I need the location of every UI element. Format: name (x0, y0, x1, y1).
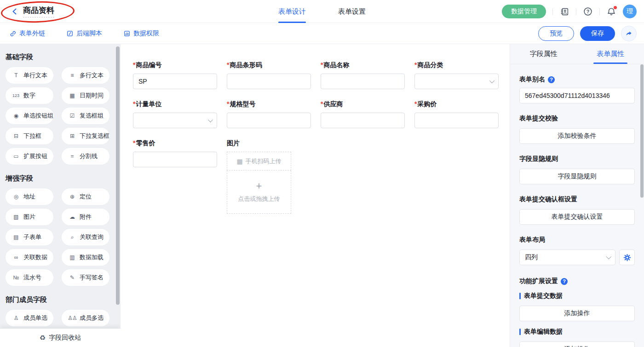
back-button[interactable] (11, 8, 18, 15)
field-label: *商品条形码 (227, 61, 311, 69)
sidebar-scrollbar[interactable] (116, 46, 120, 305)
help-icon[interactable]: ? (561, 278, 568, 285)
sidebar-item[interactable]: T单行文本 (6, 67, 53, 84)
sidebar-item[interactable]: ⊟下拉框 (6, 128, 53, 144)
field-label: *规格型号 (227, 100, 311, 108)
data-load-icon: ▥ (68, 254, 76, 261)
sidebar-item[interactable]: ▤子表单 (6, 229, 53, 245)
sidebar-item[interactable]: ∞关联数据 (6, 249, 53, 266)
form-alias-label: 表单别名 ? (519, 75, 635, 84)
sidebar-item-label: 复选框组 (80, 112, 104, 120)
retail-price-input[interactable] (133, 152, 217, 167)
form-field: *计量单位 (133, 100, 217, 128)
purchase-price-input[interactable] (414, 113, 499, 128)
add-validation-button[interactable]: 添加校验条件 (519, 128, 635, 144)
share-button[interactable] (621, 26, 637, 41)
help-button[interactable]: ? (583, 6, 593, 17)
sidebar-item[interactable]: ☑复选框组 (62, 108, 109, 124)
page-title[interactable]: 商品资料 (23, 5, 54, 17)
barcode-input[interactable] (227, 74, 311, 89)
avatar[interactable]: 理 (623, 5, 637, 18)
contacts-button[interactable] (559, 6, 569, 17)
add-action-submit-button[interactable]: 添加操作 (519, 306, 635, 321)
sidebar-item[interactable]: ⌕关联查询 (62, 229, 109, 245)
preview-button[interactable]: 预览 (538, 26, 574, 41)
spec-model-input[interactable] (227, 113, 311, 128)
field-grid: ◎地址 ⊕定位 ▧图片 ☁附件 ▤子表单 ⌕关联查询 ∞关联数据 ▥数据加载 №… (6, 188, 121, 286)
radio-group-icon: ◉ (12, 113, 20, 119)
gear-icon (623, 254, 631, 262)
sidebar-item[interactable]: №流水号 (6, 269, 53, 286)
field-label: *采购价 (414, 100, 499, 108)
tab-form-properties[interactable]: 表单属性 (577, 44, 644, 64)
back-chevron-icon (11, 8, 18, 15)
help-icon[interactable]: ? (548, 76, 555, 83)
layout-select[interactable]: 四列 (519, 250, 615, 265)
notification-button[interactable] (606, 6, 616, 17)
category-select[interactable] (414, 74, 499, 89)
tab-form-settings[interactable]: 表单设置 (338, 0, 366, 23)
field-recycle-bin[interactable]: ♻ 字段回收站 (0, 329, 121, 347)
form-alias-input[interactable] (519, 88, 635, 103)
save-button[interactable]: 保存 (580, 26, 615, 41)
sidebar-item[interactable]: ▥数据加载 (62, 249, 109, 266)
form-field: *商品条形码 (227, 61, 311, 89)
sidebar-item[interactable]: ▭扩展按钮 (6, 148, 53, 165)
required-mark: * (133, 139, 135, 147)
recycle-label: 字段回收站 (49, 334, 81, 342)
drag-upload-area[interactable]: + 点击或拖拽上传 (227, 171, 291, 214)
sidebar-item[interactable]: ▦日期时间 (62, 87, 109, 104)
field-label: *商品分类 (414, 61, 499, 69)
backend-script-link[interactable]: 后端脚本 (66, 29, 102, 38)
sidebar-item-label: 成员单选 (23, 314, 47, 322)
sidebar-item-label: 成员多选 (80, 314, 104, 322)
sidebar-item[interactable]: ✎手写签名 (62, 269, 109, 286)
sidebar-item[interactable]: ▧图片 (6, 209, 53, 225)
data-manage-button[interactable]: 数据管理 (502, 5, 546, 18)
scan-upload-button[interactable]: ▦ 手机扫码上传 (227, 152, 291, 171)
qr-code-icon: ▦ (236, 158, 242, 165)
sidebar-item[interactable]: ◉单选按钮组 (6, 108, 53, 124)
product-code-input[interactable] (133, 74, 217, 89)
sidebar-item[interactable]: 123数字 (6, 87, 53, 104)
sidebar-item[interactable]: ☁附件 (62, 209, 109, 225)
product-name-input[interactable] (321, 74, 405, 89)
sidebar-item[interactable]: ⊞下拉复选框 (62, 128, 109, 144)
supplier-input[interactable] (321, 113, 405, 128)
sidebar-item-label: 关联数据 (23, 253, 47, 262)
data-permission-link[interactable]: 数据权限 (123, 29, 159, 38)
sidebar-item-label: 流水号 (23, 273, 41, 282)
sidebar-item-label: 关联查询 (80, 233, 104, 241)
sidebar-item[interactable]: ♙成员单选 (6, 310, 53, 326)
sidebar-item[interactable]: ⊕定位 (62, 188, 109, 205)
divider (552, 8, 553, 15)
unit-select[interactable] (133, 113, 217, 128)
sidebar-item[interactable]: ♙♙成员多选 (62, 310, 109, 326)
field-label: *商品编号 (133, 61, 217, 69)
add-action-edit-button[interactable]: 添加操作 (519, 341, 635, 347)
required-mark: * (227, 61, 229, 68)
required-mark: * (133, 61, 135, 68)
member-single-icon: ♙ (12, 315, 20, 321)
sidebar-item[interactable]: ≡多行文本 (62, 67, 109, 84)
required-mark: * (133, 100, 135, 108)
panel-tabs: 字段属性 表单属性 (510, 44, 644, 64)
submit-confirm-button[interactable]: 表单提交确认设置 (519, 209, 635, 225)
link-label: 后端脚本 (76, 29, 102, 38)
layout-settings-button[interactable] (619, 250, 635, 265)
tab-field-properties[interactable]: 字段属性 (510, 44, 577, 64)
panel-scrollbar[interactable] (640, 64, 644, 198)
divider-icon: = (68, 153, 76, 159)
script-icon (66, 30, 74, 37)
required-mark: * (414, 61, 417, 68)
field-label: *商品名称 (321, 61, 405, 69)
form-layout-label: 表单布局 (519, 236, 635, 244)
sidebar-item[interactable]: ◎地址 (6, 188, 53, 205)
subform-icon: ▤ (12, 234, 20, 240)
tab-form-design[interactable]: 表单设计 (278, 0, 306, 23)
section-title: 增强字段 (6, 174, 121, 183)
field-label: 图片 (227, 139, 311, 148)
sidebar-item[interactable]: =分割线 (62, 148, 109, 165)
field-visibility-button[interactable]: 字段显隐规则 (519, 169, 635, 184)
form-external-link[interactable]: 表单外链 (9, 29, 45, 38)
